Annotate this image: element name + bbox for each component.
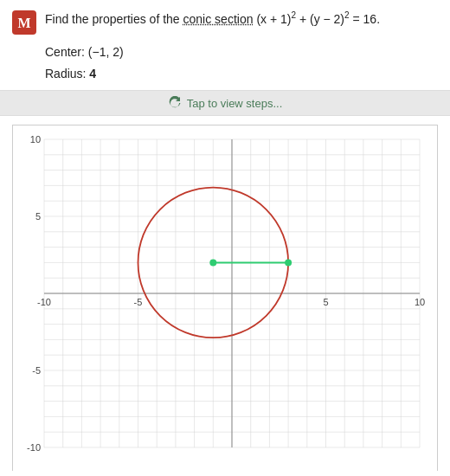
conic-section-link[interactable]: conic section <box>183 12 254 26</box>
radius-value: 4 <box>89 67 96 80</box>
radius-label: Radius: <box>45 67 89 80</box>
refresh-icon <box>168 96 182 110</box>
app-logo: M <box>12 10 36 35</box>
center-line: Center: (−1, 2) <box>45 42 438 63</box>
tap-label: Tap to view steps... <box>187 97 283 110</box>
problem-statement: Find the properties of the conic section… <box>45 9 438 29</box>
problem-prefix: Find the properties of the <box>45 12 183 26</box>
radius-line: Radius: 4 <box>45 63 438 85</box>
problem-header: M Find the properties of the conic secti… <box>0 0 450 40</box>
center-value: (−1, 2) <box>88 45 124 59</box>
answer-block: Center: (−1, 2) Radius: 4 <box>0 40 450 90</box>
graph-area <box>12 125 438 471</box>
math-graph <box>13 125 437 472</box>
equation-text: (x + 1)2 + (y − 2)2 = 16. <box>256 12 380 26</box>
tap-to-view-steps[interactable]: Tap to view steps... <box>0 90 450 116</box>
center-label: Center: <box>45 45 88 59</box>
svg-text:M: M <box>17 16 30 30</box>
